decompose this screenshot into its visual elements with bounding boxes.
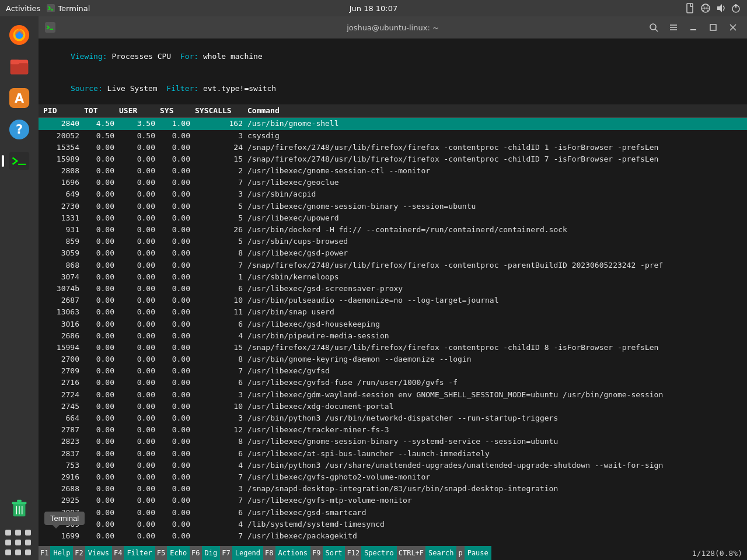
table-row[interactable]: 664 0.00 0.00 0.00 3 /usr/bin/python3 /u… bbox=[39, 412, 747, 424]
table-row[interactable]: 20052 0.50 0.50 0.00 3 csysdig bbox=[39, 130, 747, 142]
function-key-legend[interactable]: F7Legend bbox=[220, 546, 263, 560]
table-row[interactable]: 3097 0.00 0.00 0.00 6 /usr/libexec/gsd-s… bbox=[39, 507, 747, 519]
col-tot: TOT bbox=[84, 106, 119, 116]
sound-icon[interactable] bbox=[715, 3, 726, 13]
table-row[interactable]: 15354 0.00 0.00 0.00 24 /snap/firefox/27… bbox=[39, 142, 747, 153]
function-key-echo[interactable]: F5Echo bbox=[155, 546, 190, 560]
table-row[interactable]: 3074 0.00 0.00 0.00 1 /usr/sbin/kerneloo… bbox=[39, 271, 747, 283]
table-row[interactable]: 2950 0.00 0.00 0.00 8 /usr/libexec/evolu… bbox=[39, 542, 747, 544]
cell-syscalls: 11 bbox=[195, 307, 247, 317]
cell-command: /usr/libexec/gvfs-mtp-volume-monitor bbox=[247, 495, 742, 506]
function-key-pause[interactable]: pPause bbox=[456, 546, 491, 560]
table-row[interactable]: 2700 0.00 0.00 0.00 8 /usr/bin/gnome-key… bbox=[39, 354, 747, 365]
function-keys: F1HelpF2ViewsF4FilterF5EchoF6DigF7Legend… bbox=[39, 546, 491, 560]
dock-icon-firefox[interactable] bbox=[5, 21, 33, 49]
table-row[interactable]: 3059 0.00 0.00 0.00 8 /usr/libexec/gsd-p… bbox=[39, 247, 747, 259]
system-bar-left: Activities Terminal bbox=[6, 4, 90, 13]
table-row[interactable]: 859 0.00 0.00 0.00 5 /usr/sbin/cups-brow… bbox=[39, 236, 747, 247]
cell-syscalls: 6 bbox=[195, 508, 247, 518]
table-row[interactable]: 868 0.00 0.00 0.00 7 /snap/firefox/2748/… bbox=[39, 260, 747, 271]
table-row[interactable]: 3074b 0.00 0.00 0.00 6 /usr/libexec/gsd-… bbox=[39, 283, 747, 295]
table-row[interactable]: 2808 0.00 0.00 0.00 2 /usr/libexec/gnome… bbox=[39, 165, 747, 177]
svg-text:A: A bbox=[15, 92, 25, 106]
function-key-filter[interactable]: F4Filter bbox=[112, 546, 155, 560]
table-row[interactable]: 2837 0.00 0.00 0.00 6 /usr/libexec/at-sp… bbox=[39, 448, 747, 460]
table-row[interactable]: 2925 0.00 0.00 0.00 7 /usr/libexec/gvfs-… bbox=[39, 495, 747, 506]
function-key-actions[interactable]: F8Actions bbox=[263, 546, 310, 560]
table-row[interactable]: 649 0.00 0.00 0.00 3 /usr/sbin/acpid bbox=[39, 188, 747, 200]
cell-command: /usr/libexec/gsd-power bbox=[247, 248, 742, 258]
cell-pid: 2687 bbox=[43, 295, 84, 306]
fkey-label: Views bbox=[85, 546, 112, 560]
cell-pid: 859 bbox=[43, 236, 84, 247]
table-row[interactable]: 931 0.00 0.00 0.00 26 /usr/bin/dockerd -… bbox=[39, 224, 747, 236]
cell-user: 0.00 bbox=[119, 401, 160, 412]
dock-icon-terminal[interactable] bbox=[5, 147, 33, 175]
table-row[interactable]: 1331 0.00 0.00 0.00 5 /usr/libexec/upowe… bbox=[39, 212, 747, 224]
cell-pid: 2730 bbox=[43, 201, 84, 212]
minimize-button[interactable] bbox=[685, 19, 701, 36]
table-row[interactable]: 2716 0.00 0.00 0.00 6 /usr/libexec/gvfsd… bbox=[39, 377, 747, 388]
table-row[interactable]: 13063 0.00 0.00 0.00 11 /usr/bin/snap us… bbox=[39, 306, 747, 318]
function-bar: F1HelpF2ViewsF4FilterF5EchoF6DigF7Legend… bbox=[39, 546, 747, 560]
table-row[interactable]: 753 0.00 0.00 0.00 4 /usr/bin/python3 /u… bbox=[39, 460, 747, 471]
table-row[interactable]: 2916 0.00 0.00 0.00 7 /usr/libexec/gvfs-… bbox=[39, 471, 747, 483]
close-button[interactable] bbox=[725, 19, 741, 36]
cell-tot: 0.00 bbox=[84, 354, 119, 365]
table-row[interactable]: 2823 0.00 0.00 0.00 8 /usr/libexec/gnome… bbox=[39, 436, 747, 447]
svg-rect-34 bbox=[710, 24, 716, 30]
dock-icon-files[interactable] bbox=[5, 52, 33, 80]
cell-pid: 2716 bbox=[43, 377, 84, 388]
fkey-num: F5 bbox=[155, 546, 167, 560]
file-icon[interactable] bbox=[685, 3, 696, 13]
function-key-help[interactable]: F1Help bbox=[39, 546, 73, 560]
table-row[interactable]: 3016 0.00 0.00 0.00 6 /usr/libexec/gsd-h… bbox=[39, 318, 747, 330]
function-key-search[interactable]: CTRL+FSearch bbox=[397, 546, 457, 560]
table-row[interactable]: 15994 0.00 0.00 0.00 15 /snap/firefox/27… bbox=[39, 342, 747, 354]
table-row[interactable]: 1696 0.00 0.00 0.00 7 /usr/libexec/geocl… bbox=[39, 177, 747, 188]
fkey-label: Dig bbox=[202, 546, 221, 560]
activities-button[interactable]: Activities bbox=[6, 4, 40, 13]
fkey-label: Pause bbox=[465, 546, 491, 560]
table-row[interactable]: 2687 0.00 0.00 0.00 10 /usr/bin/pulseaud… bbox=[39, 295, 747, 306]
table-row[interactable]: 1699 0.00 0.00 0.00 7 /usr/libexec/packa… bbox=[39, 530, 747, 542]
cell-syscalls: 7 bbox=[195, 260, 247, 271]
function-key-views[interactable]: F2Views bbox=[73, 546, 112, 560]
dock-icon-appstore[interactable]: A bbox=[5, 84, 33, 112]
table-row[interactable]: 2724 0.00 0.00 0.00 3 /usr/libexec/gdm-w… bbox=[39, 389, 747, 401]
cell-user: 0.50 bbox=[119, 131, 160, 141]
table-row[interactable]: 569 0.00 0.00 0.00 4 /lib/systemd/system… bbox=[39, 519, 747, 530]
function-key-sort[interactable]: F9Sort bbox=[310, 546, 345, 560]
svg-point-28 bbox=[650, 24, 656, 30]
dock-icon-trash[interactable] bbox=[5, 494, 33, 522]
cell-pid: 664 bbox=[43, 413, 84, 424]
table-row[interactable]: 2787 0.00 0.00 0.00 12 /usr/libexec/trac… bbox=[39, 424, 747, 436]
maximize-button[interactable] bbox=[705, 19, 721, 36]
table-row[interactable]: 2688 0.00 0.00 0.00 3 /snap/snapd-deskto… bbox=[39, 483, 747, 495]
network-icon[interactable] bbox=[700, 3, 711, 13]
table-row[interactable]: 2840 4.50 3.50 1.00 162 /usr/bin/gnome-s… bbox=[39, 118, 747, 130]
dock: A ? bbox=[0, 16, 39, 560]
function-key-dig[interactable]: F6Dig bbox=[190, 546, 220, 560]
search-window-button[interactable] bbox=[645, 19, 662, 36]
function-key-spectro[interactable]: F12Spectro bbox=[345, 546, 396, 560]
table-row[interactable]: 2709 0.00 0.00 0.00 7 /usr/libexec/gvfsd bbox=[39, 365, 747, 377]
dock-icon-help[interactable]: ? bbox=[5, 116, 33, 144]
cell-sys: 0.00 bbox=[160, 542, 195, 544]
menu-button[interactable] bbox=[665, 19, 682, 36]
table-row[interactable]: 15989 0.00 0.00 0.00 15 /snap/firefox/27… bbox=[39, 153, 747, 165]
cell-tot: 0.00 bbox=[84, 166, 119, 176]
cell-pid: 2724 bbox=[43, 390, 84, 400]
cell-command: /lib/systemd/systemd-timesyncd bbox=[247, 519, 742, 530]
cell-sys: 0.00 bbox=[160, 295, 195, 306]
table-row[interactable]: 2730 0.00 0.00 0.00 5 /usr/libexec/gnome… bbox=[39, 201, 747, 212]
table-row[interactable]: 2686 0.00 0.00 0.00 4 /usr/bin/pipewire-… bbox=[39, 330, 747, 342]
dock-icon-apps[interactable] bbox=[5, 530, 33, 558]
cell-user: 0.00 bbox=[119, 390, 160, 400]
cell-command: /usr/libexec/xdg-document-portal bbox=[247, 401, 742, 412]
table-row[interactable]: 2745 0.00 0.00 0.00 10 /usr/libexec/xdg-… bbox=[39, 401, 747, 412]
svg-marker-5 bbox=[717, 4, 722, 12]
cell-pid: 2840 bbox=[43, 118, 84, 129]
power-icon[interactable] bbox=[731, 3, 741, 13]
cell-tot: 0.00 bbox=[84, 201, 119, 212]
